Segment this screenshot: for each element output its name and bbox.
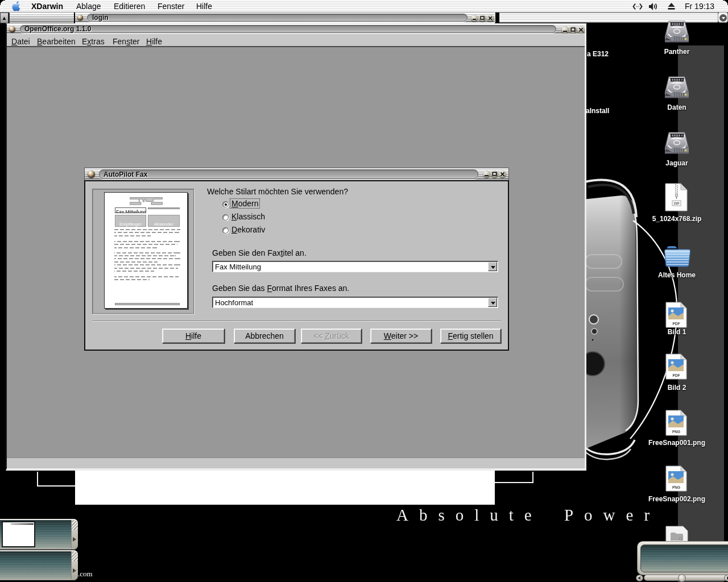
svg-text:PNG: PNG (672, 485, 680, 489)
svg-text:ZIP: ZIP (674, 202, 679, 205)
svg-text:PDF: PDF (673, 322, 680, 326)
svg-text:PNG: PNG (672, 430, 680, 434)
svg-text:PDF: PDF (673, 373, 680, 377)
